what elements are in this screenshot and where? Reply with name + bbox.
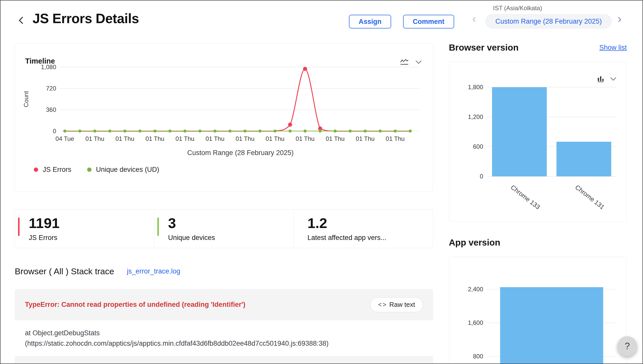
svg-text:01 Thu: 01 Thu bbox=[356, 135, 375, 142]
stat-card-unique-devices: 3 Unique devices bbox=[154, 209, 294, 248]
stack-frame: at HTMLDivElement bbox=[15, 356, 433, 364]
stat-label: JS Errors bbox=[29, 234, 154, 242]
date-range-prev-button[interactable]: ‹ bbox=[472, 13, 476, 24]
show-list-link[interactable]: Show list bbox=[599, 44, 627, 52]
timeline-x-axis-title: Custom Range (28 February 2025) bbox=[15, 149, 433, 157]
app-version-heading: App version bbox=[449, 237, 627, 248]
main-content: Timeline 03607201,080Count04 Tue01 Thu01… bbox=[15, 43, 433, 364]
svg-text:360: 360 bbox=[46, 106, 56, 113]
legend-dot-icon bbox=[87, 168, 91, 172]
app-version-card: 8001,6002,400 bbox=[449, 257, 627, 364]
date-range-selector[interactable]: Custom Range (28 February 2025) bbox=[485, 14, 612, 28]
stack-frame: at Object.getDebugStats (https://static.… bbox=[15, 320, 433, 356]
svg-text:1,200: 1,200 bbox=[468, 113, 483, 120]
timeline-legend: JS ErrorsUnique devices (UD) bbox=[34, 166, 159, 174]
svg-text:01 Thu: 01 Thu bbox=[386, 135, 405, 142]
assign-button[interactable]: Assign bbox=[349, 15, 391, 28]
svg-text:0: 0 bbox=[480, 173, 483, 180]
stat-value: 1.2 bbox=[308, 216, 433, 230]
timeline-chart-svg: 03607201,080Count04 Tue01 Thu01 Thu01 Th… bbox=[22, 62, 422, 142]
raw-text-button[interactable]: < > Raw text bbox=[370, 297, 423, 312]
stat-card-js-errors: 1191 JS Errors bbox=[15, 209, 154, 248]
svg-text:04 Tue: 04 Tue bbox=[55, 135, 74, 142]
browser-version-chart-svg: 06001,2001,800Chrome 133Chrome 131 bbox=[453, 77, 623, 220]
error-title: TypeError: Cannot read properties of und… bbox=[25, 301, 245, 309]
svg-text:1,080: 1,080 bbox=[41, 64, 56, 70]
svg-text:2,400: 2,400 bbox=[468, 286, 483, 293]
legend-label: JS Errors bbox=[43, 166, 71, 174]
svg-text:1,800: 1,800 bbox=[468, 84, 483, 90]
code-icon: < > bbox=[378, 301, 386, 308]
svg-text:01 Thu: 01 Thu bbox=[176, 135, 194, 142]
svg-text:01 Thu: 01 Thu bbox=[206, 135, 224, 142]
svg-text:0: 0 bbox=[53, 128, 56, 134]
svg-text:Count: Count bbox=[23, 91, 29, 107]
svg-text:01 Thu: 01 Thu bbox=[296, 135, 314, 142]
comment-button[interactable]: Comment bbox=[403, 15, 454, 28]
timezone-label: IST (Asia/Kolkata) bbox=[493, 5, 542, 12]
sidebar: Browser version Show list 06001,2001,800… bbox=[449, 42, 627, 364]
svg-text:600: 600 bbox=[473, 143, 483, 150]
stat-accent-bar bbox=[157, 218, 159, 236]
app-version-chart-svg: 8001,6002,400 bbox=[453, 264, 623, 364]
svg-text:1,600: 1,600 bbox=[468, 319, 483, 326]
stat-accent-bar bbox=[18, 218, 20, 236]
svg-text:720: 720 bbox=[46, 85, 56, 92]
browser-version-card: 06001,2001,800Chrome 133Chrome 131 bbox=[449, 62, 627, 222]
stack-trace-heading: Browser ( All ) Stack trace bbox=[15, 266, 114, 276]
svg-text:Chrome 133: Chrome 133 bbox=[510, 184, 542, 211]
legend-dot-icon bbox=[34, 168, 38, 172]
svg-text:01 Thu: 01 Thu bbox=[326, 135, 344, 142]
legend-item[interactable]: Unique devices (UD) bbox=[87, 166, 159, 174]
legend-item[interactable]: JS Errors bbox=[34, 166, 71, 174]
svg-text:Chrome 131: Chrome 131 bbox=[574, 184, 606, 211]
svg-text:01 Thu: 01 Thu bbox=[236, 135, 254, 142]
raw-text-label: Raw text bbox=[389, 301, 415, 309]
stat-label: Unique devices bbox=[168, 234, 293, 242]
stat-label: Latest affected app vers... bbox=[308, 234, 433, 242]
stat-card-latest-app-version: 1.2 Latest affected app vers... bbox=[294, 209, 433, 248]
stats-row: 1191 JS Errors 3 Unique devices 1.2 Late… bbox=[15, 209, 433, 248]
svg-text:01 Thu: 01 Thu bbox=[115, 135, 134, 142]
page-title: JS Errors Details bbox=[33, 11, 139, 26]
stat-value: 1191 bbox=[29, 216, 154, 230]
timeline-card: Timeline 03607201,080Count04 Tue01 Thu01… bbox=[15, 43, 433, 192]
legend-label: Unique devices (UD) bbox=[96, 166, 159, 174]
svg-text:01 Thu: 01 Thu bbox=[266, 135, 284, 142]
svg-text:01 Thu: 01 Thu bbox=[85, 135, 104, 142]
help-button[interactable]: ? bbox=[617, 336, 637, 356]
date-range-next-button[interactable]: › bbox=[618, 13, 621, 24]
stat-value: 3 bbox=[168, 216, 293, 230]
stack-trace-panel: TypeError: Cannot read properties of und… bbox=[15, 289, 433, 364]
back-button[interactable] bbox=[15, 14, 27, 26]
chevron-left-icon bbox=[17, 16, 26, 25]
svg-text:01 Thu: 01 Thu bbox=[145, 135, 164, 142]
browser-version-heading: Browser version bbox=[449, 42, 518, 53]
error-log-link[interactable]: js_error_trace.log bbox=[127, 267, 180, 275]
svg-text:800: 800 bbox=[473, 353, 483, 360]
